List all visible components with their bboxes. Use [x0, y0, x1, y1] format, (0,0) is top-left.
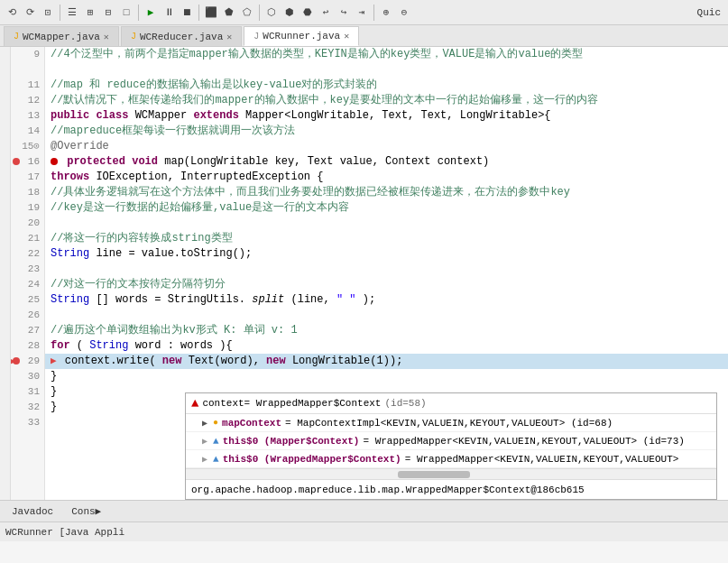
toolbar-icon-10[interactable]: ⬛ [203, 5, 219, 21]
debug-popup-header: ▲ context= WrappedMapper$Context (id=58) [186, 393, 716, 414]
tab-wcmapper[interactable]: J WCMapper.java ✕ [4, 26, 119, 46]
tab-icon-wcmapper: J [14, 32, 19, 42]
debug-field-val-0: = MapContextImpl<KEVIN,VALUEIN,KEYOUT,VA… [285, 418, 613, 429]
tab-label-wcreducer: WCReducer.java [140, 32, 223, 42]
tab-console[interactable]: Cons▶ [63, 502, 109, 521]
debug-popup-title: context= WrappedMapper$Context [202, 398, 381, 409]
toolbar-icon-17[interactable]: ↪ [336, 5, 352, 21]
toolbar-icon-7[interactable]: □ [118, 5, 134, 21]
debug-popup-item-0[interactable]: ▶ ● mapContext = MapContextImpl<KEVIN,VA… [186, 414, 716, 432]
toolbar-icon-4[interactable]: ☰ [64, 5, 80, 21]
tab-close-wcmapper[interactable]: ✕ [104, 32, 109, 42]
debug-popup: ▲ context= WrappedMapper$Context (id=58)… [185, 392, 717, 500]
toolbar-sep-5 [373, 5, 374, 21]
popup-hscrollbar-thumb[interactable] [398, 471, 470, 478]
toolbar-icon-19[interactable]: ⊕ [378, 5, 394, 21]
ln-11: 11 [11, 78, 44, 93]
code-line-25: String [] words = StringUtils. split (li… [45, 292, 728, 308]
ln-21: 21 [11, 231, 44, 246]
arrow-icon-29: ▶ [51, 355, 57, 366]
ln-26: 26 [11, 308, 44, 323]
code-text-17b: IOException, InterruptedException { [96, 171, 323, 183]
toolbar-icon-13[interactable]: ⬡ [263, 5, 280, 21]
toolbar-icon-8[interactable]: ⏸ [161, 5, 177, 21]
toolbar: ⟲ ⟳ ⊡ ☰ ⊞ ⊟ □ ▶ ⏸ ⏹ ⬛ ⬟ ⬠ ⬡ ⬢ ⬣ ↩ ↪ ⇥ ⊕ … [0, 0, 728, 25]
toolbar-icon-12[interactable]: ⬠ [239, 5, 255, 21]
ln-29: 29 [11, 354, 44, 369]
code-text-25b: [] words = StringUtils. [96, 293, 245, 306]
tab-close-wcreducer[interactable]: ✕ [226, 32, 232, 42]
toolbar-icon-run[interactable]: ▶ [143, 5, 159, 21]
toolbar-icon-6[interactable]: ⊟ [100, 5, 116, 21]
code-text-25d: ); [363, 293, 375, 306]
code-kw-void-16: void [132, 155, 158, 168]
tab-javadoc[interactable]: Javadoc [4, 502, 61, 521]
ln-10 [11, 62, 44, 78]
breakpoint-icon-16 [51, 158, 58, 165]
toolbar-icon-1[interactable]: ⟲ [4, 5, 20, 21]
expand-arrow-0[interactable]: ▶ [202, 418, 207, 429]
ln-16: 16 [11, 154, 44, 170]
ln-33: 33 [11, 415, 44, 430]
code-line-23 [45, 262, 728, 277]
toolbar-sep-1 [60, 5, 60, 21]
code-lines: //4个泛型中，前两个是指定mapper输入数据的类型，KEYIN是输入的key… [45, 47, 728, 430]
code-text-29c: LongWritable(1)); [292, 355, 402, 367]
code-line-20 [45, 216, 728, 231]
debug-field-val-1: = WrappedMapper<KEVIN,VALUEIN,KEYOUT,VAL… [363, 436, 684, 447]
field-icon-triangle-1: ▲ [213, 436, 219, 447]
code-text-28c: word : words ){ [135, 339, 233, 352]
code-line-26 [45, 308, 728, 323]
toolbar-icon-18[interactable]: ⇥ [354, 5, 370, 21]
code-area[interactable]: //4个泛型中，前两个是指定mapper输入数据的类型，KEYIN是输入的key… [45, 47, 728, 500]
code-line-13: public class WCMapper extends Mapper<Lon… [45, 108, 728, 124]
toolbar-icon-11[interactable]: ⬟ [221, 5, 237, 21]
toolbar-icon-15[interactable]: ⬣ [299, 5, 316, 21]
code-line-27: //遍历这个单词数组输出为kv形式 K: 单词 v: 1 [45, 323, 728, 338]
code-line-14: //mapreduce框架每读一行数据就调用一次该方法 [45, 124, 728, 139]
debug-popup-id: (id=58) [384, 398, 426, 409]
left-gutter-strip [0, 47, 11, 500]
status-bar: WCRunner [Java Appli [0, 521, 728, 541]
field-icon-triangle-2: ▲ [213, 454, 219, 465]
code-line-18: //具体业务逻辑就写在这个方法体中，而且我们业务要处理的数据已经被框架传递进来，… [45, 185, 728, 200]
tab-close-wcrunner[interactable]: ✕ [344, 31, 349, 42]
tab-wcreducer[interactable]: J WCReducer.java ✕ [121, 26, 242, 46]
code-kw-protected-16: protected [67, 155, 125, 168]
code-method-25: split [252, 293, 284, 306]
code-kw-string-22: String [51, 247, 89, 260]
toolbar-icon-2[interactable]: ⟳ [22, 5, 38, 21]
toolbar-icon-14[interactable]: ⬢ [281, 5, 298, 21]
toolbar-icon-16[interactable]: ↩ [318, 5, 334, 21]
tab-label-wcmapper: WCMapper.java [23, 32, 100, 42]
ln-32: 32 [11, 400, 44, 415]
code-kw-public-13: public [51, 109, 89, 122]
code-kw-new-29b: new [266, 355, 286, 367]
debug-popup-item-1[interactable]: ▶ ▲ this$0 (Mapper$Context) = WrappedMap… [186, 432, 716, 450]
code-line-21: //将这一行的内容转换成string类型 [45, 231, 728, 246]
toolbar-icon-5[interactable]: ⊞ [82, 5, 98, 21]
ln-27: 27 [11, 323, 44, 338]
debug-field-name-1: this$0 (Mapper$Context) [223, 436, 360, 447]
ln-23: 23 [11, 262, 44, 277]
code-text-22b: line = value.toString(); [96, 247, 252, 260]
code-line-17: throws IOException, InterruptedException… [45, 170, 728, 185]
debug-field-name-2: this$0 (WrappedMapper$Context) [223, 454, 401, 465]
tab-wcrunner[interactable]: J WCRunner.java ✕ [244, 26, 359, 46]
code-text-29a: context.write( [65, 355, 156, 367]
toolbar-icon-3[interactable]: ⊡ [40, 5, 56, 21]
debug-popup-arrow-icon: ▲ [191, 396, 198, 411]
object-value-text: org.apache.hadoop.mapreduce.lib.map.Wrap… [191, 485, 585, 495]
ln-19: 19 [11, 200, 44, 216]
ln-22: 22 [11, 246, 44, 262]
expand-arrow-2[interactable]: ▶ [202, 454, 207, 465]
ln-12: 12 [11, 93, 44, 108]
expand-arrow-1[interactable]: ▶ [202, 436, 207, 447]
toolbar-icon-9[interactable]: ⏹ [179, 5, 195, 21]
debug-popup-item-2[interactable]: ▶ ▲ this$0 (WrappedMapper$Context) = Wra… [186, 450, 716, 468]
toolbar-icon-20[interactable]: ⊖ [396, 5, 412, 21]
popup-hscrollbar[interactable] [186, 468, 716, 479]
code-text-30: } [51, 370, 57, 383]
code-kw-class-13: class [96, 109, 128, 122]
code-text-32: } [51, 401, 57, 413]
